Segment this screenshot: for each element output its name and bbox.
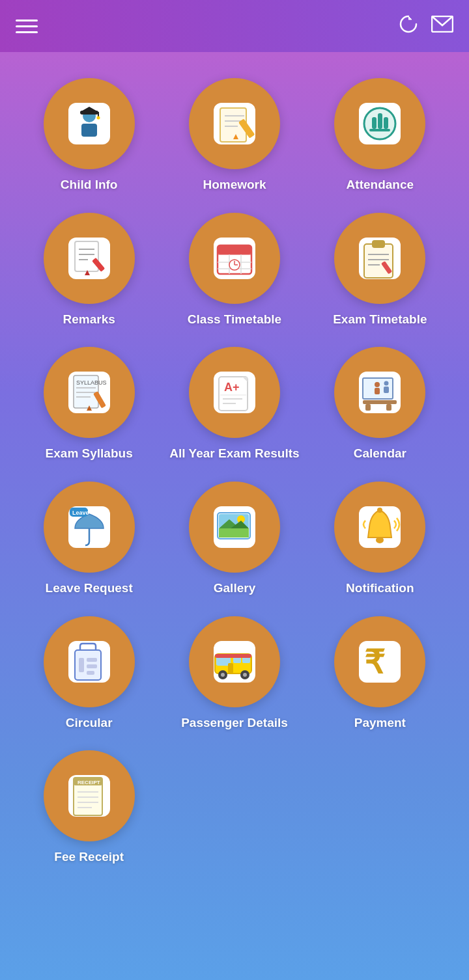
gallery-label: Gallery <box>214 580 255 597</box>
svg-point-98 <box>243 673 247 677</box>
refresh-icon[interactable] <box>399 14 418 38</box>
icon-circle-calendar <box>334 347 425 438</box>
dashboard-item-remarks[interactable]: Remarks <box>20 213 158 328</box>
child-info-label: Child Info <box>61 177 118 193</box>
dashboard-item-homework[interactable]: Homework <box>165 78 304 193</box>
svg-point-82 <box>377 508 382 513</box>
icon-circle-class-timetable <box>189 213 280 304</box>
all-year-results-label: All Year Exam Results <box>169 446 299 462</box>
svg-text:Leave: Leave <box>72 510 89 516</box>
menu-button[interactable] <box>16 20 38 33</box>
svg-text:A+: A+ <box>224 381 240 394</box>
svg-point-83 <box>376 537 384 543</box>
icon-circle-leave-request: Leave <box>44 482 135 573</box>
fee-receipt-icon: RECEIPT <box>60 767 119 825</box>
icon-circle-remarks <box>44 213 135 304</box>
payment-label: Payment <box>354 715 406 731</box>
svg-text:SYLLABUS: SYLLABUS <box>76 379 107 386</box>
svg-point-63 <box>375 382 380 387</box>
icon-circle-gallery <box>189 482 280 573</box>
svg-rect-69 <box>386 404 391 411</box>
icon-circle-all-year-results: A+ <box>189 347 280 438</box>
remarks-icon <box>60 229 119 288</box>
svg-rect-80 <box>219 528 249 538</box>
svg-rect-99 <box>228 663 233 674</box>
dashboard-item-leave-request[interactable]: Leave Leave Request <box>20 482 158 597</box>
dashboard-item-child-info[interactable]: Child Info <box>20 78 158 193</box>
dashboard-item-fee-receipt[interactable]: RECEIPT Fee Receipt <box>20 750 158 865</box>
svg-point-7 <box>96 116 100 120</box>
notification-icon <box>350 498 409 556</box>
dashboard-grid: Child Info Homework Attendance <box>0 52 469 898</box>
fee-receipt-label: Fee Receipt <box>54 849 124 865</box>
exam-syllabus-icon: SYLLABUS <box>60 363 119 422</box>
class-timetable-icon <box>205 229 264 288</box>
svg-rect-86 <box>79 658 84 672</box>
exam-timetable-label: Exam Timetable <box>333 312 427 328</box>
app-header <box>0 0 469 52</box>
icon-circle-payment: ₹ <box>334 616 425 707</box>
svg-rect-89 <box>87 671 94 675</box>
dashboard-item-payment[interactable]: ₹ Payment <box>311 616 449 731</box>
dashboard-item-attendance[interactable]: Attendance <box>311 78 449 193</box>
mail-icon[interactable] <box>431 16 453 37</box>
remarks-label: Remarks <box>63 312 115 328</box>
passenger-details-label: Passenger Details <box>181 715 288 731</box>
notification-label: Notification <box>346 580 414 597</box>
leave-request-label: Leave Request <box>46 580 133 597</box>
dashboard-item-class-timetable[interactable]: Class Timetable <box>165 213 304 328</box>
dashboard-item-exam-timetable[interactable]: Exam Timetable <box>311 213 449 328</box>
svg-rect-64 <box>375 388 380 394</box>
exam-syllabus-label: Exam Syllabus <box>46 446 133 462</box>
dashboard-item-notification[interactable]: Notification <box>311 482 449 597</box>
homework-label: Homework <box>203 177 266 193</box>
svg-rect-17 <box>372 117 377 129</box>
icon-circle-child-info <box>44 78 135 169</box>
icon-circle-circular <box>44 616 135 707</box>
icon-circle-homework <box>189 78 280 169</box>
header-left <box>16 20 53 33</box>
dashboard-item-exam-syllabus[interactable]: SYLLABUS Exam Syllabus <box>20 347 158 462</box>
exam-timetable-icon <box>350 229 409 288</box>
passenger-details-icon <box>205 633 264 691</box>
dashboard-item-gallery[interactable]: Gallery <box>165 482 304 597</box>
icon-circle-exam-syllabus: SYLLABUS <box>44 347 135 438</box>
header-right <box>399 14 453 38</box>
dashboard-item-calendar[interactable]: Calendar <box>311 347 449 462</box>
svg-rect-68 <box>365 404 371 411</box>
homework-icon <box>205 94 264 153</box>
svg-rect-19 <box>384 117 388 129</box>
svg-point-65 <box>384 381 389 386</box>
svg-rect-88 <box>87 664 97 668</box>
dashboard-item-all-year-results[interactable]: A+ All Year Exam Results <box>165 347 304 462</box>
svg-rect-67 <box>363 400 397 404</box>
child-info-icon <box>60 94 119 153</box>
dashboard-item-circular[interactable]: Circular <box>20 616 158 731</box>
icon-circle-passenger-details <box>189 616 280 707</box>
leave-request-icon: Leave <box>60 498 119 556</box>
icon-circle-exam-timetable <box>334 213 425 304</box>
icon-circle-fee-receipt: RECEIPT <box>44 750 135 841</box>
svg-text:RECEIPT: RECEIPT <box>78 780 100 785</box>
payment-icon: ₹ <box>350 633 409 691</box>
attendance-icon <box>350 94 409 153</box>
calendar-label: Calendar <box>354 446 406 462</box>
svg-point-96 <box>221 673 225 677</box>
gallery-icon <box>205 498 264 556</box>
svg-rect-100 <box>215 654 251 658</box>
calendar-icon <box>350 363 409 422</box>
svg-rect-66 <box>384 387 389 393</box>
circular-label: Circular <box>66 715 113 731</box>
circular-icon <box>60 633 119 691</box>
class-timetable-label: Class Timetable <box>188 312 281 328</box>
svg-rect-87 <box>87 658 97 662</box>
svg-rect-22 <box>75 241 98 271</box>
all-year-results-icon: A+ <box>205 363 264 422</box>
svg-rect-30 <box>218 245 251 254</box>
dashboard-item-passenger-details[interactable]: Passenger Details <box>165 616 304 731</box>
attendance-label: Attendance <box>347 177 414 193</box>
svg-text:₹: ₹ <box>364 644 385 681</box>
svg-rect-41 <box>372 240 385 248</box>
svg-rect-20 <box>369 129 390 131</box>
svg-rect-3 <box>81 124 97 137</box>
